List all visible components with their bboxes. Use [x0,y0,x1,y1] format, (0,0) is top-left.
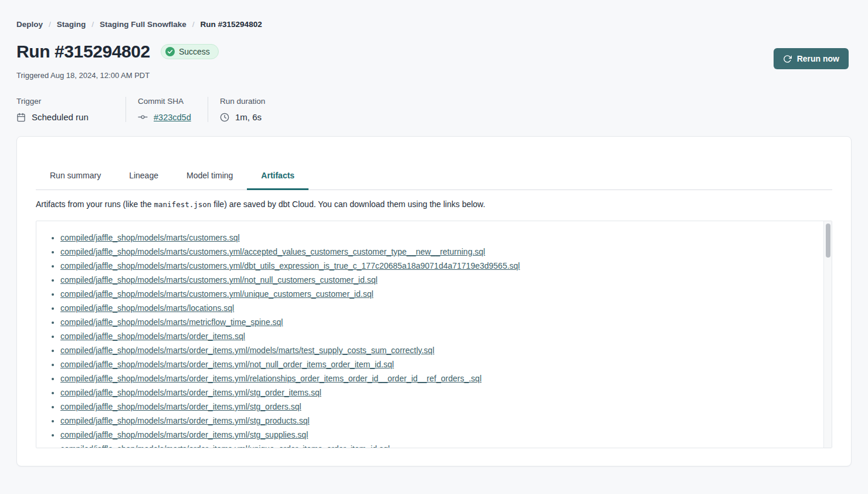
check-circle-icon [165,47,175,56]
meta-trigger-label: Trigger [16,97,108,106]
run-detail-page: Deploy / Staging / Staging Full Snowflak… [0,0,868,494]
run-detail-card: Run summary Lineage Model timing Artifac… [16,136,852,466]
page-title: Run #315294802 [16,42,150,62]
meta-commit: Commit SHA #323cd5d [126,97,208,122]
artifact-download-link[interactable]: compiled/jaffle_shop/models/marts/order_… [60,444,390,448]
artifact-download-link[interactable]: compiled/jaffle_shop/models/marts/custom… [60,275,378,285]
artifact-download-link[interactable]: compiled/jaffle_shop/models/marts/custom… [60,289,374,299]
meta-trigger: Trigger Scheduled run [16,97,126,122]
artifact-list: compiled/jaffle_shop/models/marts/custom… [36,221,832,448]
artifact-list-item: compiled/jaffle_shop/models/marts/order_… [60,343,812,357]
artifact-download-link[interactable]: compiled/jaffle_shop/models/marts/custom… [60,247,485,256]
artifact-download-link[interactable]: compiled/jaffle_shop/models/marts/custom… [60,261,520,270]
rerun-now-button[interactable]: Rerun now [774,48,849,69]
tab-bar: Run summary Lineage Model timing Artifac… [36,164,832,190]
artifact-list-item: compiled/jaffle_shop/models/marts/custom… [60,259,812,273]
clock-icon [220,113,229,122]
title-row: Run #315294802 Success [16,39,852,64]
artifact-download-link[interactable]: compiled/jaffle_shop/models/marts/order_… [60,346,435,355]
artifact-download-link[interactable]: compiled/jaffle_shop/models/marts/order_… [60,402,301,411]
artifact-download-link[interactable]: compiled/jaffle_shop/models/marts/order_… [60,331,245,341]
tab-lineage[interactable]: Lineage [115,164,172,190]
artifacts-description: Artifacts from your runs (like the manif… [36,199,832,209]
breadcrumb-staging[interactable]: Staging [57,20,86,29]
artifact-list-item: compiled/jaffle_shop/models/marts/order_… [60,371,812,385]
meta-duration: Run duration 1m, 6s [208,97,283,122]
triggered-timestamp: Triggered Aug 18, 2024, 12:00 AM PDT [16,71,852,80]
meta-duration-value: 1m, 6s [235,112,262,122]
status-badge: Success [161,44,219,59]
rerun-now-label: Rerun now [797,54,839,63]
breadcrumb: Deploy / Staging / Staging Full Snowflak… [16,0,852,29]
artifact-download-link[interactable]: compiled/jaffle_shop/models/marts/order_… [60,374,482,383]
artifact-download-link[interactable]: compiled/jaffle_shop/models/marts/locati… [60,303,234,313]
artifact-list-item: compiled/jaffle_shop/models/marts/order_… [60,428,812,442]
breadcrumb-separator: / [49,20,51,29]
calendar-icon [16,113,26,122]
commit-sha-link[interactable]: #323cd5d [154,113,191,122]
tab-run-summary[interactable]: Run summary [36,164,115,190]
artifact-list-item: compiled/jaffle_shop/models/marts/order_… [60,442,812,448]
artifact-download-link[interactable]: compiled/jaffle_shop/models/marts/custom… [60,233,240,242]
scrollbar-track[interactable] [823,221,832,448]
breadcrumb-separator: / [91,20,94,29]
artifact-list-container: compiled/jaffle_shop/models/marts/custom… [36,221,832,448]
meta-trigger-value: Scheduled run [32,112,89,122]
artifact-list-item: compiled/jaffle_shop/models/marts/order_… [60,414,812,428]
artifact-list-item: compiled/jaffle_shop/models/marts/order_… [60,385,812,400]
artifact-download-link[interactable]: compiled/jaffle_shop/models/marts/order_… [60,416,310,425]
breadcrumb-deploy[interactable]: Deploy [16,20,43,29]
manifest-json-code: manifest.json [154,200,212,209]
artifact-download-link[interactable]: compiled/jaffle_shop/models/marts/order_… [60,360,394,369]
artifact-list-item: compiled/jaffle_shop/models/marts/custom… [60,231,812,245]
artifact-list-item: compiled/jaffle_shop/models/marts/custom… [60,273,812,287]
artifacts-description-text: Artifacts from your runs (like the [36,199,154,209]
artifact-download-link[interactable]: compiled/jaffle_shop/models/marts/metric… [60,317,283,327]
artifact-list-item: compiled/jaffle_shop/models/marts/order_… [60,357,812,371]
meta-duration-label: Run duration [220,97,265,106]
artifact-list-item: compiled/jaffle_shop/models/marts/custom… [60,245,812,259]
artifact-download-link[interactable]: compiled/jaffle_shop/models/marts/order_… [60,430,308,439]
breadcrumb-job[interactable]: Staging Full Snowflake [100,20,187,29]
artifact-list-item: compiled/jaffle_shop/models/marts/custom… [60,287,812,301]
tab-artifacts[interactable]: Artifacts [247,164,308,190]
run-meta-row: Trigger Scheduled run Commit SHA [16,97,852,122]
breadcrumb-separator: / [192,20,195,29]
artifact-list-item: compiled/jaffle_shop/models/marts/order_… [60,400,812,414]
artifacts-description-text: file) are saved by dbt Cloud. You can do… [211,199,485,209]
artifact-download-link[interactable]: compiled/jaffle_shop/models/marts/order_… [60,388,321,397]
status-badge-label: Success [179,47,210,56]
artifact-list-item: compiled/jaffle_shop/models/marts/order_… [60,329,812,343]
refresh-icon [783,55,792,63]
meta-commit-label: Commit SHA [138,97,190,106]
breadcrumb-current-run: Run #315294802 [201,20,262,29]
artifact-list-item: compiled/jaffle_shop/models/marts/locati… [60,301,812,315]
artifact-list-item: compiled/jaffle_shop/models/marts/metric… [60,315,812,329]
tab-model-timing[interactable]: Model timing [172,164,247,190]
scrollbar-thumb[interactable] [826,224,830,258]
git-commit-icon [138,112,148,122]
